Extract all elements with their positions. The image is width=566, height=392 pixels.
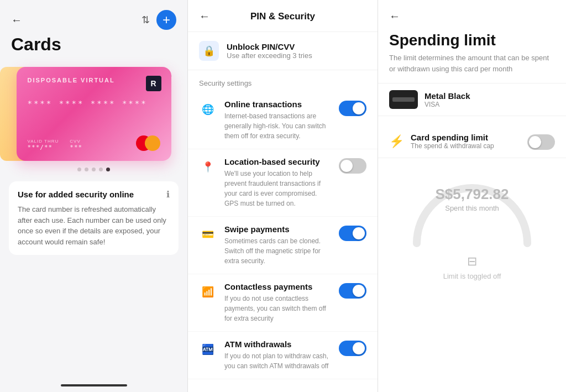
dot-4[interactable] <box>99 168 103 171</box>
page-subtitle: The limit determines the amount that can… <box>378 53 566 83</box>
card-type: VISA <box>424 101 470 108</box>
unblock-subtitle: Use after exceeding 3 tries <box>227 51 312 60</box>
card-type-label: DISPOSABLE VIRTUAL <box>28 77 160 83</box>
speed-icon: ⚡ <box>389 134 404 149</box>
page-title: Spending limit <box>378 29 566 53</box>
dot-5[interactable] <box>106 168 110 171</box>
online-transactions-title: Online transactions <box>224 100 331 109</box>
valid-thru-value: ***/** <box>28 144 59 151</box>
contactless-payments-title: Contactless payments <box>224 282 331 291</box>
info-box-title: Use for added security online <box>18 190 134 199</box>
atm-icon: 🏧 <box>199 341 217 358</box>
location-security-desc: We'll use your location to help prevent … <box>224 169 331 208</box>
sort-icon[interactable]: ⇅ <box>142 14 150 26</box>
card-info-box: Use for added security online ℹ The card… <box>9 181 179 255</box>
contactless-payments-item: 📶 Contactless payments If you do not use… <box>188 274 378 332</box>
swipe-payments-item: 💳 Swipe payments Sometimes cards can be … <box>188 217 378 274</box>
contactless-payments-desc: If you do not use contactless payments, … <box>224 294 331 323</box>
page-title: PIN & Security <box>217 11 349 22</box>
location-security-item: 📍 Location-based security We'll use your… <box>188 149 378 217</box>
toggle-off-icon: ⊟ <box>467 254 477 269</box>
online-transactions-toggle[interactable] <box>339 101 366 116</box>
atm-withdrawals-item: 🏧 ATM withdrawals If you do not plan to … <box>188 332 378 379</box>
online-transactions-item: 🌐 Online transactions Internet-based tra… <box>188 92 378 149</box>
revolut-logo: R <box>146 76 161 91</box>
valid-thru-label: VALID THRU <box>28 139 59 144</box>
gauge-amount: S$5,792.82 <box>435 186 509 203</box>
card-name: Metal Black <box>424 91 470 101</box>
card-number: **** **** **** **** <box>28 99 160 108</box>
dot-2[interactable] <box>85 168 88 171</box>
contactless-payments-toggle[interactable] <box>339 283 366 299</box>
limit-toggled-indicator: ⊟ Limit is toggled off <box>443 254 501 280</box>
dot-1[interactable] <box>77 168 81 171</box>
dot-3[interactable] <box>92 168 96 171</box>
swipe-payments-toggle[interactable] <box>339 226 366 241</box>
cards-header: ← ⇅ + <box>0 0 187 34</box>
security-settings-label: Security settings <box>188 70 378 92</box>
spending-limit-toggle[interactable] <box>527 134 555 150</box>
swipe-payments-title: Swipe payments <box>224 224 331 234</box>
spending-limit-title: Card spending limit <box>411 133 521 142</box>
lock-icon: 🔒 <box>199 41 219 61</box>
atm-withdrawals-toggle[interactable] <box>339 341 366 356</box>
card-swipe-icon: 💳 <box>199 226 217 243</box>
info-icon[interactable]: ℹ <box>166 189 170 200</box>
swipe-payments-desc: Sometimes cards can be cloned. Switch of… <box>224 236 331 266</box>
contactless-icon: 📶 <box>199 283 217 301</box>
info-box-text: The card number is refreshed automatical… <box>18 204 170 247</box>
spending-limit-row[interactable]: ⚡ Card spending limit The spend & withdr… <box>378 125 566 158</box>
panel-cards: ← ⇅ + Cards 👁 DISPOSABLE VIRTUAL R **** … <box>0 0 188 392</box>
virtual-card[interactable]: DISPOSABLE VIRTUAL R **** **** **** ****… <box>17 67 171 161</box>
online-transactions-desc: Internet-based transactions are generall… <box>224 111 331 141</box>
cvv-label: CVV <box>70 139 82 144</box>
location-security-toggle[interactable] <box>339 158 366 174</box>
mastercard-logo <box>136 135 160 151</box>
card-thumbnail <box>389 90 418 109</box>
location-security-title: Location-based security <box>224 157 331 166</box>
back-button[interactable]: ← <box>11 14 22 27</box>
cvv-value: *** <box>70 144 82 151</box>
panel-pin-security: ← PIN & Security 🔒 Unblock PIN/CVV Use a… <box>188 0 378 392</box>
limit-toggled-label: Limit is toggled off <box>443 272 501 280</box>
card-dots-indicator <box>0 168 187 174</box>
panel-spending-limit: ← Spending limit The limit determines th… <box>378 0 566 392</box>
home-indicator <box>61 384 127 386</box>
globe-icon: 🌐 <box>199 101 217 118</box>
unblock-title: Unblock PIN/CVV <box>227 42 312 51</box>
gauge-label: Spent this month <box>435 204 509 212</box>
card-item: Metal Black VISA <box>378 83 566 116</box>
atm-withdrawals-title: ATM withdrawals <box>224 339 331 349</box>
spending-gauge: S$5,792.82 Spent this month ⊟ Limit is t… <box>378 158 566 294</box>
page-title: Cards <box>11 34 176 55</box>
back-button[interactable]: ← <box>389 10 400 23</box>
card-carousel-area: 👁 DISPOSABLE VIRTUAL R **** **** **** **… <box>0 61 187 161</box>
add-card-button[interactable]: + <box>156 10 176 30</box>
spending-limit-subtitle: The spend & withdrawal cap <box>411 142 521 150</box>
pin-security-header: ← PIN & Security <box>188 0 378 32</box>
location-icon: 📍 <box>199 158 217 176</box>
unblock-pin-row[interactable]: 🔒 Unblock PIN/CVV Use after exceeding 3 … <box>188 32 378 70</box>
atm-withdrawals-desc: If you do not plan to withdraw cash, you… <box>224 351 331 371</box>
spending-limit-header: ← <box>378 0 566 29</box>
back-button[interactable]: ← <box>199 10 210 23</box>
